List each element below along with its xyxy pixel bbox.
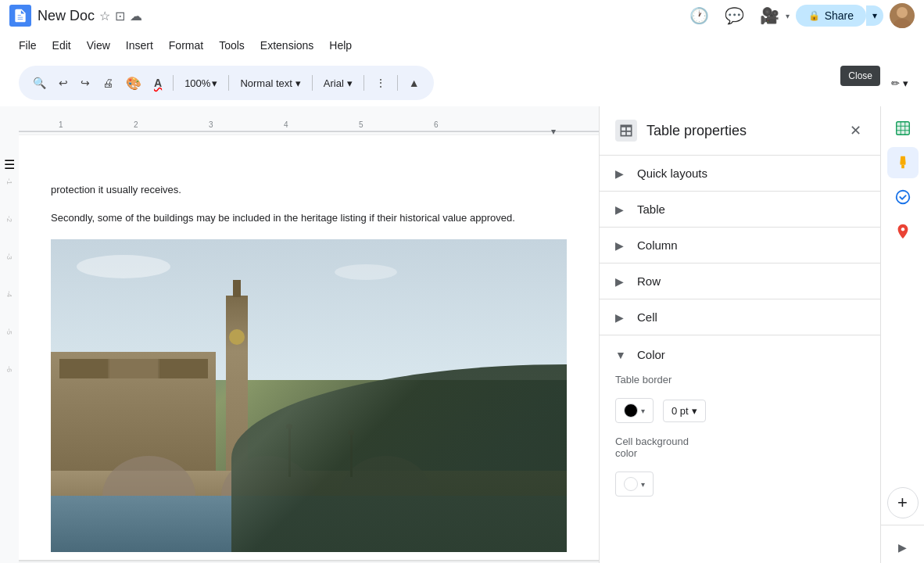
chevron-table: ▶	[615, 203, 628, 216]
chevron-quick-layouts: ▶	[615, 167, 628, 180]
meet-button-area[interactable]: 🎥 ▾	[755, 2, 790, 30]
style-arrow: ▾	[295, 77, 301, 89]
toolbar-separator-1	[173, 75, 174, 91]
border-color-swatch	[624, 403, 638, 418]
section-column[interactable]: ▶ Column	[600, 228, 880, 264]
document-image[interactable]	[51, 239, 567, 552]
section-cell[interactable]: ▶ Cell	[600, 299, 880, 335]
svg-rect-17	[900, 163, 905, 165]
zoom-arrow: ▾	[212, 77, 217, 89]
menu-view[interactable]: View	[81, 36, 116, 55]
toolbar: 🔍 ↩ ↪ 🖨 🎨 A 100% ▾ Normal text ▾ Arial ▾…	[19, 66, 434, 100]
star-icon[interactable]: ☆	[99, 9, 110, 23]
svg-text:4: 4	[284, 120, 288, 129]
svg-rect-11	[896, 122, 909, 135]
style-selector[interactable]: Normal text ▾	[235, 74, 305, 92]
toolbar-separator-4	[364, 75, 364, 91]
spell-check-button[interactable]: A	[149, 73, 167, 93]
cloud-2	[335, 264, 397, 280]
big-ben-spire	[233, 280, 241, 297]
section-table[interactable]: ▶ Table	[600, 192, 880, 228]
toolbar-separator-2	[228, 75, 229, 91]
svg-point-19	[896, 191, 909, 204]
cloud-1	[77, 255, 170, 278]
table-border-controls: ▾ 0 pt ▾	[615, 398, 865, 423]
print-button[interactable]: 🖨	[98, 73, 118, 93]
menu-help[interactable]: Help	[323, 36, 358, 55]
search-button[interactable]: 🔍	[28, 73, 51, 93]
document-page[interactable]: protection it usually receives. Secondly…	[19, 135, 599, 560]
title-area: New Doc ☆ ⊡ ☁	[38, 8, 679, 24]
share-dropdown-button[interactable]: ▾	[866, 5, 883, 26]
undo-button[interactable]: ↩	[54, 73, 73, 93]
table-border-label: Table border	[615, 374, 693, 385]
section-label-column: Column	[637, 238, 865, 252]
close-panel-button[interactable]: ✕	[847, 119, 865, 142]
redo-button[interactable]: ↪	[76, 73, 95, 93]
sidebar-expand-button[interactable]: ▶	[887, 532, 919, 563]
outline-toggle[interactable]: ☰	[2, 156, 17, 172]
table-properties-icon	[615, 120, 637, 142]
section-row[interactable]: ▶ Row	[600, 264, 880, 299]
maps-addon-icon[interactable]	[887, 216, 919, 247]
main-area: ☰ -1 -2 -3 -4 -5 -6 1 2 3 4 5 6	[0, 106, 924, 563]
cell-bg-row: Cell background color	[615, 436, 865, 459]
toolbar-separator-5	[397, 75, 398, 91]
border-color-arrow: ▾	[641, 407, 645, 415]
chevron-row: ▶	[615, 275, 628, 288]
svg-text:6: 6	[434, 120, 439, 129]
document-container: 1 2 3 4 5 6 protection it usually receiv…	[19, 106, 599, 563]
lock-icon: 🔒	[808, 10, 820, 21]
menu-tools[interactable]: Tools	[213, 36, 251, 55]
table-border-color-button[interactable]: ▾	[615, 398, 654, 423]
title-bar: New Doc ☆ ⊡ ☁ 🕐 💬 🎥 ▾ 🔒 Table border Sha…	[0, 0, 924, 31]
gutter-marker-2: -2	[5, 216, 13, 222]
share-button-group: 🔒 Table border Share ▾	[796, 5, 883, 27]
cell-bg-arrow: ▾	[641, 480, 645, 489]
meet-dropdown[interactable]: ▾	[786, 12, 790, 20]
cell-bg-label: Cell background color	[615, 436, 693, 459]
collapse-toolbar[interactable]: ▲	[404, 73, 424, 93]
zoom-selector[interactable]: 100% ▾	[180, 74, 222, 92]
pen-icon: ✏	[891, 77, 900, 89]
cell-bg-color-button[interactable]: ▾	[615, 472, 654, 497]
add-icon: +	[897, 493, 908, 513]
border-size-value: 0 pt	[672, 405, 689, 417]
svg-text:5: 5	[359, 120, 364, 129]
svg-text:1: 1	[59, 120, 63, 129]
ruler: 1 2 3 4 5 6	[19, 116, 599, 132]
tasks-addon-icon[interactable]	[887, 181, 919, 213]
more-format-options[interactable]: ⋮	[371, 73, 391, 93]
doc-title[interactable]: New Doc	[38, 8, 95, 24]
share-button[interactable]: 🔒 Table border Share	[796, 5, 866, 27]
paint-format-button[interactable]: 🎨	[121, 72, 146, 95]
gutter-marker-5: -5	[5, 328, 13, 335]
sheets-addon-icon[interactable]	[887, 113, 919, 144]
right-sidebar: + ▶	[880, 106, 924, 563]
font-selector[interactable]: Arial ▾	[319, 74, 357, 92]
meet-button[interactable]: 🎥	[755, 2, 784, 30]
svg-text:2: 2	[134, 120, 138, 129]
menu-format[interactable]: Format	[163, 36, 210, 55]
menu-extensions[interactable]: Extensions	[254, 36, 320, 55]
menu-edit[interactable]: Edit	[46, 36, 77, 55]
editing-mode-button[interactable]: ✏ ▾	[885, 74, 915, 93]
color-section-header[interactable]: ▼ Color	[615, 348, 865, 361]
cloud-icon[interactable]: ☁	[130, 9, 142, 23]
menu-insert[interactable]: Insert	[120, 36, 159, 55]
panel-header: Table properties ✕	[600, 106, 880, 156]
menu-file[interactable]: File	[13, 36, 43, 55]
history-button[interactable]: 🕐	[685, 2, 714, 30]
add-addon-button[interactable]: +	[887, 487, 919, 518]
cell-bg-swatch	[624, 477, 638, 491]
border-size-arrow: ▾	[692, 405, 697, 417]
gutter-marker-1: -1	[5, 178, 13, 185]
svg-point-1	[894, 19, 911, 28]
svg-rect-18	[901, 165, 904, 169]
user-avatar[interactable]	[890, 3, 915, 28]
table-border-size-button[interactable]: 0 pt ▾	[663, 400, 706, 422]
section-quick-layouts[interactable]: ▶ Quick layouts	[600, 156, 880, 192]
folder-icon[interactable]: ⊡	[115, 9, 125, 23]
keep-addon-icon[interactable]	[887, 147, 919, 178]
comments-button[interactable]: 💬	[720, 2, 749, 30]
